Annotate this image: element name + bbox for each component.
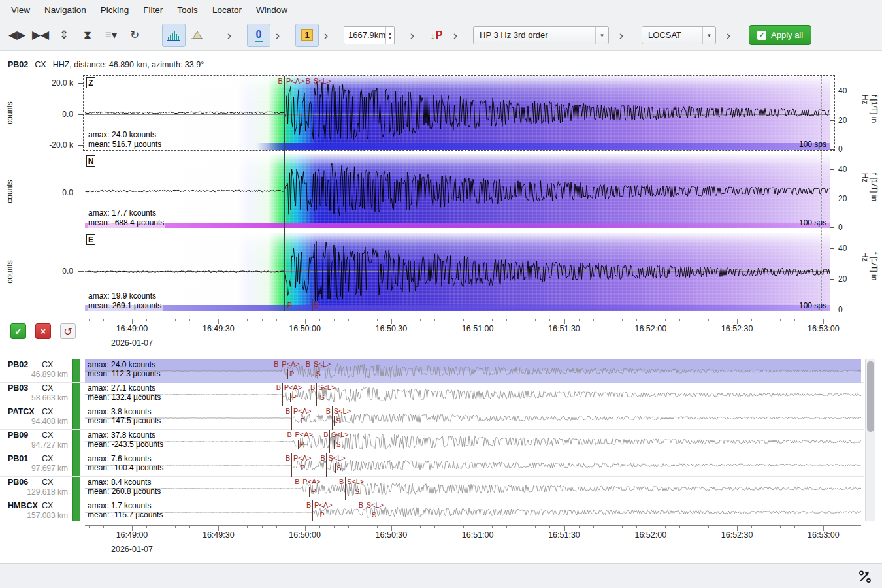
menu-filter[interactable]: Filter — [136, 3, 170, 18]
station-waveform — [85, 453, 861, 477]
origin-time-line-list — [250, 359, 250, 521]
station-distance: 94.727 km — [31, 440, 68, 449]
align-first-arrival-button[interactable]: 1 — [295, 24, 319, 47]
pick-line[interactable] — [291, 406, 292, 430]
group-expand-arrow-1[interactable]: › — [222, 24, 237, 47]
station-trace[interactable]: amax: 27.1 kcounts mean: 132.4 µcounts B… — [85, 383, 861, 406]
sort-by-distance-button[interactable]: ≡▾ — [99, 24, 123, 47]
pick-label: P<A> — [302, 478, 321, 485]
pick-line[interactable] — [329, 430, 330, 453]
station-trace[interactable]: amax: 7.6 kcounts mean: -100.4 µcounts B… — [85, 453, 861, 477]
station-trace[interactable]: amax: 24.0 kcounts mean: 112.3 µcounts B… — [85, 359, 861, 383]
menu-navigation[interactable]: Navigation — [37, 3, 93, 18]
spinner-arrows-icon[interactable]: ▴▾ — [385, 27, 394, 44]
channel-panel-e[interactable]: E amax: 19.9 kcounts mean: 269.1 µcounts… — [85, 233, 830, 311]
group-expand-arrow-6[interactable]: › — [614, 24, 629, 47]
station-trace[interactable]: amax: 37.8 kcounts mean: -243.5 µcounts … — [85, 430, 861, 453]
pick-line[interactable] — [293, 430, 293, 453]
station-trace[interactable]: amax: 8.4 kcounts mean: 260.8 µcounts BP… — [85, 477, 861, 500]
channel-panel-n[interactable]: N amax: 17.7 kcounts mean: -688.4 µcount… — [85, 154, 830, 228]
station-row[interactable]: HMBCX CX 157.083 km amax: 1.7 kcounts me… — [0, 500, 864, 521]
station-mean: mean: -243.5 µcounts — [88, 440, 163, 449]
fix-amplitude-range-button[interactable]: ⧗ — [76, 24, 99, 47]
scrollbar-track[interactable] — [865, 359, 875, 521]
pick-line[interactable] — [345, 477, 346, 500]
scroll-traces-button[interactable]: ⇕ — [52, 24, 76, 47]
normalize-amplitudes-button[interactable]: ▶◀ — [29, 24, 52, 47]
pick-flag: B — [274, 360, 278, 368]
theoretical-arrival-line — [298, 440, 299, 449]
menu-view[interactable]: View — [4, 3, 37, 18]
theoretical-arrival-line — [334, 440, 335, 449]
distance-spinner[interactable]: 1667.9km ▴▾ — [344, 26, 395, 44]
station-row[interactable]: PB02 CX 46.890 km amax: 24.0 kcounts mea… — [0, 359, 864, 383]
group-expand-arrow-4[interactable]: › — [405, 24, 419, 47]
pick-line[interactable] — [332, 406, 333, 430]
station-name: PB01 — [8, 454, 28, 463]
station-row[interactable]: PB03 CX 58.663 km amax: 27.1 kcounts mea… — [0, 383, 864, 406]
menu-picking[interactable]: Picking — [93, 3, 137, 18]
one-icon: 1 — [301, 29, 312, 41]
pick-p-phase-button[interactable]: ↓P — [425, 24, 448, 47]
group-expand-arrow-5[interactable]: › — [448, 24, 463, 47]
apply-all-button[interactable]: ✓ Apply all — [749, 25, 811, 45]
freq-tick-label: 20 — [838, 274, 847, 284]
group-expand-arrow-3[interactable]: › — [319, 24, 333, 47]
locator-dropdown[interactable]: LOCSAT ▾ — [642, 26, 716, 44]
pick-line[interactable] — [284, 76, 285, 311]
station-row[interactable]: PATCX CX 94.408 km amax: 3.8 kcounts mea… — [0, 406, 864, 430]
group-expand-arrow-7[interactable]: › — [721, 24, 736, 47]
group-expand-arrow-2[interactable]: › — [270, 24, 285, 47]
counts-axis-label: counts — [5, 101, 14, 124]
theoretical-arrival-line — [287, 369, 288, 379]
down-arrow-icon: ↓ — [431, 31, 435, 41]
pick-line[interactable] — [301, 477, 301, 500]
time-tick-label: 16:53:00 — [797, 531, 849, 540]
pick-line[interactable] — [365, 500, 365, 521]
time-tick-label: 16:51:00 — [451, 531, 504, 540]
filter-cone-button[interactable] — [186, 24, 209, 47]
spectrogram-toggle-button[interactable] — [162, 24, 186, 47]
pick-line[interactable] — [280, 359, 280, 383]
pick-label: P<A> — [284, 384, 302, 391]
theoretical-arrival-label: S — [372, 511, 376, 519]
sps-label: 100 sps — [799, 218, 826, 227]
scale-percent-icon[interactable] — [857, 568, 873, 584]
station-waveform — [85, 383, 861, 406]
station-network: CX — [42, 501, 53, 510]
time-axis-top[interactable]: 16:49:0016:49:3016:50:0016:50:3016:51:00… — [0, 314, 882, 354]
filter-dropdown[interactable]: HP 3 Hz 3rd order ▾ — [473, 26, 609, 44]
pick-line[interactable] — [291, 453, 292, 477]
quality-bar — [72, 477, 80, 500]
station-stats: amax: 1.7 kcounts mean: -115.7 µcounts — [88, 501, 163, 519]
fit-amplitudes-button[interactable]: ◀▶ — [5, 24, 29, 47]
station-row[interactable]: PB06 CX 129.618 km amax: 8.4 kcounts mea… — [0, 477, 864, 500]
align-origin-time-button[interactable]: 0 — [247, 24, 270, 47]
menu-locator[interactable]: Locator — [205, 3, 249, 18]
station-trace[interactable]: amax: 3.8 kcounts mean: 147.5 µcounts BP… — [85, 406, 861, 430]
station-row[interactable]: PB09 CX 94.727 km amax: 37.8 kcounts mea… — [0, 430, 864, 453]
time-tick-label: 16:52:00 — [625, 531, 677, 540]
pick-line[interactable] — [312, 500, 313, 521]
pick-line[interactable] — [312, 76, 312, 311]
pick-line[interactable] — [326, 453, 327, 477]
restore-view-button[interactable]: ↻ — [123, 24, 146, 47]
station-trace[interactable]: amax: 1.7 kcounts mean: -115.7 µcounts B… — [85, 500, 861, 521]
channel-panel-z[interactable]: Z amax: 24.0 kcounts mean: 516.7 µcounts… — [85, 76, 830, 150]
menu-window[interactable]: Window — [249, 3, 295, 18]
quality-bar — [72, 453, 80, 476]
station-amax: amax: 3.8 kcounts — [88, 407, 161, 416]
waveform-n — [85, 154, 830, 228]
menu-tools[interactable]: Tools — [170, 3, 205, 18]
theoretical-arrival-label: S — [337, 464, 342, 472]
pick-label: S<L> — [314, 360, 331, 368]
scrollbar-thumb[interactable] — [867, 361, 874, 432]
waveform-z — [85, 76, 830, 150]
pick-line[interactable] — [316, 383, 317, 406]
pick-line[interactable] — [312, 359, 312, 383]
time-tick-label: 16:51:30 — [538, 324, 591, 333]
cone-icon — [191, 30, 203, 41]
station-row[interactable]: PB01 CX 97.697 km amax: 7.6 kcounts mean… — [0, 453, 864, 477]
time-axis-bottom[interactable]: 16:49:0016:49:3016:50:0016:50:3016:51:00… — [0, 523, 882, 563]
pick-line[interactable] — [282, 383, 283, 406]
